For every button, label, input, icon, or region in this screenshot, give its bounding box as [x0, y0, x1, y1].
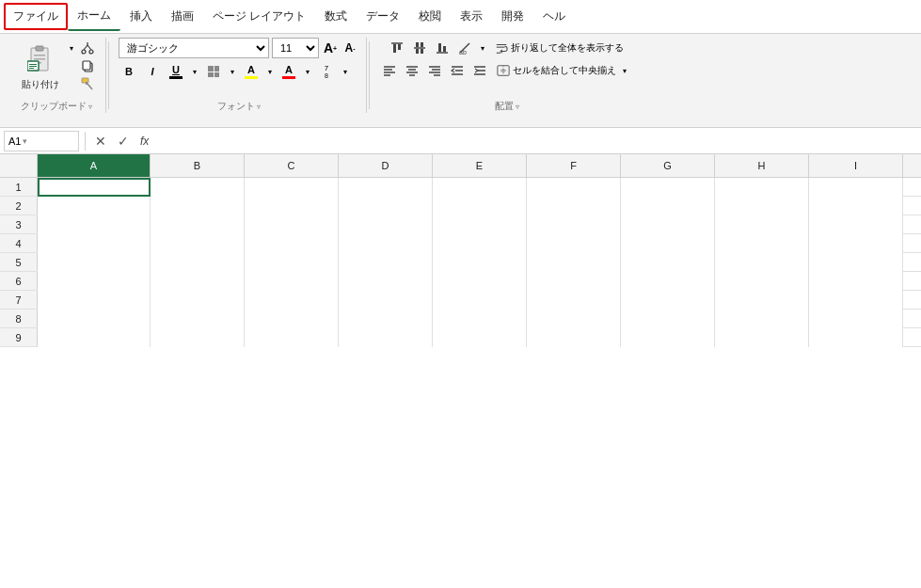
cell-C9[interactable]	[245, 328, 339, 347]
cell-A2[interactable]	[38, 197, 151, 215]
row-number-1[interactable]: 1	[0, 178, 38, 196]
cell-G9[interactable]	[621, 328, 715, 347]
cell-E1[interactable]	[433, 178, 527, 197]
cell-B3[interactable]	[151, 215, 245, 234]
cell-B7[interactable]	[151, 291, 245, 310]
col-header-i[interactable]: I	[809, 154, 903, 177]
cell-I3[interactable]	[809, 215, 903, 234]
menu-help[interactable]: ヘル	[533, 3, 575, 30]
cell-D9[interactable]	[339, 328, 433, 347]
bold-button[interactable]: B	[119, 61, 139, 82]
cell-F8[interactable]	[527, 310, 621, 328]
font-color-dropdown[interactable]: ▾	[302, 61, 313, 82]
cell-H5[interactable]	[715, 253, 809, 272]
align-middle-button[interactable]	[409, 38, 430, 58]
italic-button[interactable]: I	[142, 61, 163, 82]
cell-E2[interactable]	[433, 197, 527, 215]
cell-reference-box[interactable]: A1 ▾	[4, 131, 79, 151]
increase-indent-button[interactable]	[469, 60, 490, 81]
col-header-a[interactable]: A	[38, 154, 151, 177]
cell-H1[interactable]	[715, 178, 809, 197]
cell-E3[interactable]	[433, 215, 527, 234]
cell-E4[interactable]	[433, 234, 527, 253]
formula-confirm-button[interactable]: ✓	[114, 132, 133, 151]
row-number-9[interactable]: 9	[0, 328, 38, 346]
row-number-2[interactable]: 2	[0, 197, 38, 215]
cell-C5[interactable]	[245, 253, 339, 272]
cell-A7[interactable]	[38, 291, 151, 310]
cell-H9[interactable]	[715, 328, 809, 347]
row-number-4[interactable]: 4	[0, 234, 38, 252]
menu-file[interactable]: ファイル	[4, 3, 68, 30]
col-header-f[interactable]: F	[527, 154, 621, 177]
row-number-5[interactable]: 5	[0, 253, 38, 271]
cell-F2[interactable]	[527, 197, 621, 215]
cell-H2[interactable]	[715, 197, 809, 215]
cell-F9[interactable]	[527, 328, 621, 347]
cell-ref-dropdown[interactable]: ▾	[23, 136, 27, 146]
cell-C3[interactable]	[245, 215, 339, 234]
cell-I8[interactable]	[809, 310, 903, 328]
clipboard-expand-icon[interactable]: ▿	[88, 103, 92, 111]
paste-button[interactable]: 貼り付け	[15, 38, 66, 96]
cell-I2[interactable]	[809, 197, 903, 215]
formula-fx-button[interactable]: fx	[136, 135, 152, 148]
cell-F1[interactable]	[527, 178, 621, 197]
paste-dropdown[interactable]: ▾	[66, 38, 77, 58]
highlight-dropdown[interactable]: ▾	[264, 61, 276, 82]
cell-D8[interactable]	[339, 310, 433, 328]
cell-B6[interactable]	[151, 272, 245, 291]
cell-G4[interactable]	[621, 234, 715, 253]
cell-C6[interactable]	[245, 272, 339, 291]
cell-F3[interactable]	[527, 215, 621, 234]
cell-G6[interactable]	[621, 272, 715, 291]
underline-button[interactable]: U	[166, 61, 186, 82]
underline-dropdown[interactable]: ▾	[189, 61, 200, 82]
menu-view[interactable]: 表示	[451, 3, 492, 30]
font-shrink-button[interactable]: A-	[341, 38, 358, 58]
alignment-expand-icon[interactable]: ▿	[516, 103, 519, 111]
align-bottom-button[interactable]	[432, 38, 453, 58]
col-header-b[interactable]: B	[151, 154, 245, 177]
formula-input[interactable]	[156, 131, 917, 151]
col-header-g[interactable]: G	[621, 154, 715, 177]
cell-F7[interactable]	[527, 291, 621, 310]
cell-G7[interactable]	[621, 291, 715, 310]
text-angle-button[interactable]: ab	[454, 38, 475, 58]
cell-C7[interactable]	[245, 291, 339, 310]
cell-A8[interactable]	[38, 310, 151, 328]
cell-I4[interactable]	[809, 234, 903, 253]
menu-home[interactable]: ホーム	[68, 2, 120, 31]
number-format-dropdown[interactable]: ▾	[340, 61, 351, 82]
cell-B9[interactable]	[151, 328, 245, 347]
col-header-c[interactable]: C	[245, 154, 339, 177]
cell-B8[interactable]	[151, 310, 245, 328]
col-header-h[interactable]: H	[715, 154, 809, 177]
wrap-text-button[interactable]: 折り返して全体を表示する	[490, 39, 628, 57]
font-color-button[interactable]: A	[278, 61, 299, 82]
cell-G1[interactable]	[621, 178, 715, 197]
cell-F5[interactable]	[527, 253, 621, 272]
cell-D7[interactable]	[339, 291, 433, 310]
font-name-select[interactable]: 游ゴシック	[119, 38, 269, 58]
subscript-button[interactable]: 7 8	[316, 61, 337, 82]
align-top-button[interactable]	[387, 38, 407, 58]
cell-C2[interactable]	[245, 197, 339, 215]
cell-H7[interactable]	[715, 291, 809, 310]
cell-G5[interactable]	[621, 253, 715, 272]
align-center-button[interactable]	[402, 60, 422, 81]
cell-C1[interactable]	[245, 178, 339, 197]
border-dropdown[interactable]: ▾	[227, 61, 238, 82]
cell-B4[interactable]	[151, 234, 245, 253]
row-number-8[interactable]: 8	[0, 310, 38, 327]
cell-B5[interactable]	[151, 253, 245, 272]
cell-A6[interactable]	[38, 272, 151, 291]
merge-center-button[interactable]: セルを結合して中央揃え ▾	[492, 61, 635, 80]
cell-A3[interactable]	[38, 215, 151, 234]
merge-dropdown[interactable]: ▾	[619, 66, 630, 76]
cell-E5[interactable]	[433, 253, 527, 272]
cell-I5[interactable]	[809, 253, 903, 272]
cut-button[interactable]	[77, 40, 98, 56]
cell-F4[interactable]	[527, 234, 621, 253]
cell-A1[interactable]	[38, 178, 151, 197]
